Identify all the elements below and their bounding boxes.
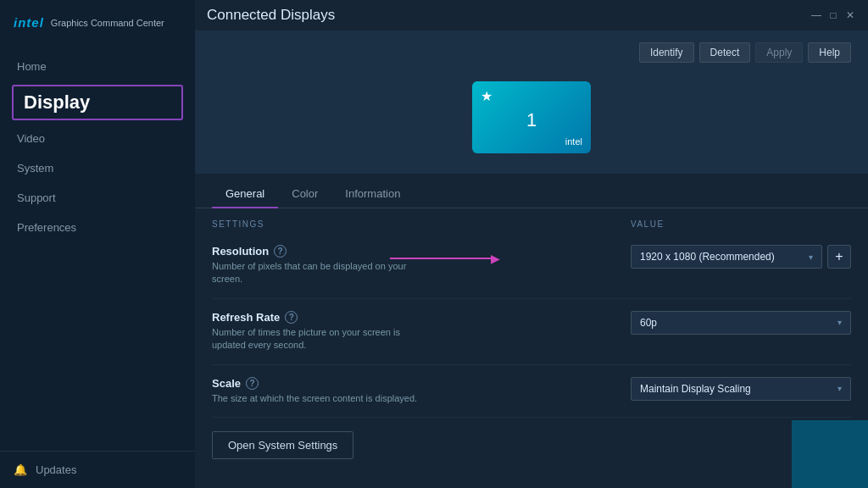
monitor-star-icon: ★ — [481, 88, 582, 104]
product-name: Graphics Command Center — [51, 18, 164, 28]
bell-icon: 🔔 — [14, 463, 27, 476]
refresh-rate-dropdown[interactable]: 60p ▾ — [631, 311, 851, 335]
preview-toolbar: Identify Detect Apply Help — [212, 42, 851, 63]
resolution-dropdown-value: 1920 x 1080 (Recommended) — [640, 251, 775, 263]
sidebar-item-video[interactable]: Video — [0, 124, 195, 153]
scale-value: Maintain Display Scaling ▾ — [631, 377, 851, 401]
page-title: Connected Displays — [207, 7, 335, 24]
settings-header: SETTINGS VALUE — [212, 208, 851, 233]
refresh-rate-dropdown-value: 60p — [640, 317, 657, 329]
resolution-help-icon[interactable]: ? — [274, 245, 287, 258]
scale-description: The size at which the screen content is … — [212, 392, 432, 405]
scale-dropdown-value: Maintain Display Scaling — [640, 383, 751, 395]
refresh-rate-label: Refresh Rate — [212, 311, 280, 324]
sidebar: intel Graphics Command Center Home Displ… — [0, 0, 195, 488]
sidebar-item-preferences[interactable]: Preferences — [0, 213, 195, 242]
refresh-rate-title: Refresh Rate ? — [212, 311, 631, 324]
scale-help-icon[interactable]: ? — [246, 377, 259, 390]
scale-chevron-icon: ▾ — [837, 384, 842, 393]
detect-button[interactable]: Detect — [699, 42, 751, 63]
refresh-rate-value: 60p ▾ — [631, 311, 851, 335]
resolution-label: Resolution — [212, 245, 269, 258]
setting-row-resolution: Resolution ? Number of pixels that can b… — [212, 233, 851, 299]
sidebar-nav: Home Display Video System Support Prefer… — [0, 43, 195, 451]
restore-button[interactable]: □ — [827, 9, 839, 21]
apply-button[interactable]: Apply — [755, 42, 803, 63]
resolution-dropdown[interactable]: 1920 x 1080 (Recommended) ▾ — [631, 245, 822, 269]
resolution-chevron-icon: ▾ — [809, 252, 813, 262]
main-panel: Connected Displays — □ ✕ Identify Detect… — [195, 0, 868, 488]
tab-color[interactable]: Color — [278, 180, 331, 208]
tab-general[interactable]: General — [212, 180, 278, 208]
identify-button[interactable]: Identify — [639, 42, 694, 63]
sidebar-logo: intel Graphics Command Center — [0, 8, 195, 43]
monitor-brand: intel — [481, 136, 582, 147]
window-controls: — □ ✕ — [810, 9, 856, 21]
arrow-head-icon: ▶ — [491, 252, 500, 265]
scale-left: Scale ? The size at which the screen con… — [212, 377, 631, 405]
sidebar-footer[interactable]: 🔔 Updates — [0, 451, 195, 488]
title-bar: Connected Displays — □ ✕ — [195, 0, 868, 30]
updates-label: Updates — [36, 463, 76, 476]
refresh-rate-description: Number of times the picture on your scre… — [212, 326, 432, 352]
sidebar-item-home[interactable]: Home — [0, 52, 195, 81]
scale-title: Scale ? — [212, 377, 631, 390]
open-system-settings-button[interactable]: Open System Settings — [212, 431, 353, 459]
setting-row-refresh-rate: Refresh Rate ? Number of times the pictu… — [212, 299, 851, 365]
preview-monitors: ★ 1 intel — [212, 73, 851, 162]
sidebar-item-support[interactable]: Support — [0, 183, 195, 213]
content-area: Identify Detect Apply Help ★ 1 intel Gen… — [195, 30, 868, 488]
setting-row-scale: Scale ? The size at which the screen con… — [212, 365, 851, 418]
close-button[interactable]: ✕ — [844, 9, 856, 21]
refresh-rate-help-icon[interactable]: ? — [285, 311, 298, 324]
sidebar-item-display[interactable]: Display — [12, 85, 183, 120]
help-button[interactable]: Help — [808, 42, 851, 63]
refresh-rate-left: Refresh Rate ? Number of times the pictu… — [212, 311, 631, 352]
value-column-header: VALUE — [631, 219, 665, 229]
tab-information[interactable]: Information — [331, 180, 414, 208]
settings-area: SETTINGS VALUE Resolution ? Number of pi… — [195, 208, 868, 488]
bottom-right-decoration — [792, 420, 868, 488]
intel-logo-icon: intel — [14, 15, 44, 30]
settings-column-header: SETTINGS — [212, 219, 264, 229]
arrow-annotation: ▶ — [390, 250, 500, 267]
monitor-card-1[interactable]: ★ 1 intel — [472, 81, 591, 153]
resolution-plus-button[interactable]: + — [827, 245, 851, 269]
tabs-row: General Color Information — [195, 180, 868, 208]
refresh-rate-chevron-icon: ▾ — [837, 318, 842, 327]
monitor-number: 1 — [481, 104, 582, 136]
scale-label: Scale — [212, 377, 241, 390]
resolution-value: 1920 x 1080 (Recommended) ▾ + — [631, 245, 851, 269]
minimize-button[interactable]: — — [810, 9, 822, 21]
scale-dropdown[interactable]: Maintain Display Scaling ▾ — [631, 377, 851, 401]
display-preview-area: Identify Detect Apply Help ★ 1 intel — [195, 30, 868, 174]
arrow-line — [390, 258, 492, 259]
sidebar-item-system[interactable]: System — [0, 153, 195, 183]
